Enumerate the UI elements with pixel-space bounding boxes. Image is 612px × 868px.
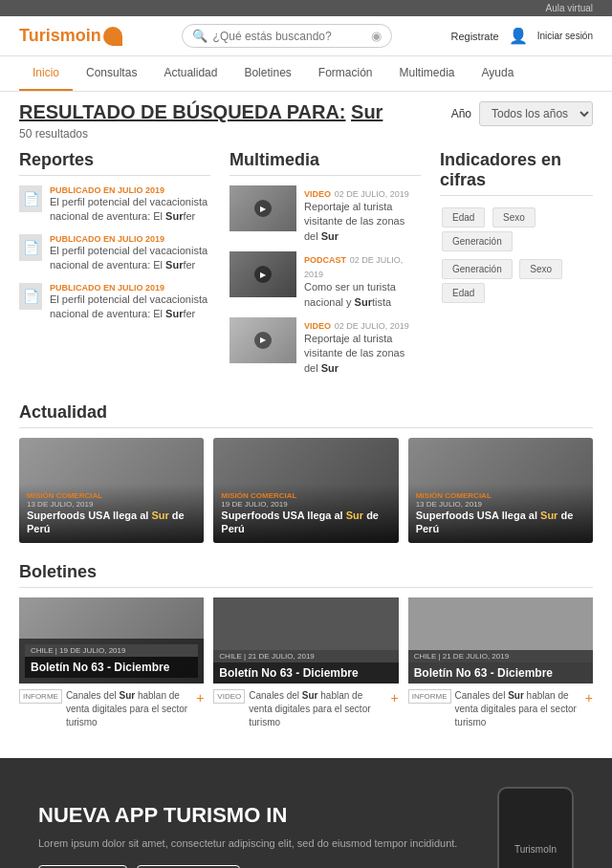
actualidad-overlay-3: MISIÓN COMERCIAL 13 DE JULIO, 2019 Super… (408, 484, 593, 544)
header: Turismoin 🔍 ◉ Registrate 👤 Iniciar sesió… (0, 16, 612, 56)
multimedia-title: Multimedia (230, 150, 421, 176)
nav-item-ayuda[interactable]: Ayuda (469, 56, 528, 91)
media-title-2: Como ser un turista nacional y Surtista (304, 280, 421, 310)
actualidad-card-title-1: Superfoods USA llega al Sur de Perú (27, 509, 196, 536)
boletin-overlay-2: CHILE | 21 DE JULIO, 2019 Boletín No 63 … (213, 650, 398, 684)
media-title-1: Reportaje al turista visitante de las zo… (304, 200, 421, 244)
boletin-type-3: INFORME (408, 689, 451, 704)
report-icon-2: 📄 (19, 234, 42, 261)
report-content-1: PUBLICADO EN JULIO 2019 El perfil potenc… (50, 185, 210, 225)
play-icon-2: ▶ (254, 266, 272, 283)
topbar-label: Aula virtual (546, 3, 593, 13)
boletin-img-wrap-1: CHILE | 19 DE JULIO, 2019 Boletín No 63 … (19, 597, 204, 684)
boletin-country-3: CHILE | 21 DE JULIO, 2019 (408, 650, 593, 662)
search-term: Sur (351, 101, 382, 122)
boletin-desc-3: INFORME Canales del Sur hablan de venta … (408, 689, 593, 729)
actualidad-card-title-2: Superfoods USA llega al Sur de Perú (221, 509, 390, 536)
year-select[interactable]: Todos los años 2019 2018 2017 (479, 101, 593, 126)
media-type-2: PODCAST 02 DE JULIO, 2019 (304, 251, 421, 280)
register-link[interactable]: Registrate (450, 31, 498, 42)
indicator-generacion-2[interactable]: Generación (442, 259, 513, 279)
logo-text: Turismo (19, 26, 86, 46)
reportes-section: Reportes 📄 PUBLICADO EN JULIO 2019 El pe… (19, 150, 210, 383)
media-item-2[interactable]: ▶ PODCAST 02 DE JULIO, 2019 Como ser un … (230, 251, 421, 310)
report-icon-1: 📄 (19, 185, 42, 212)
nav-item-actualidad[interactable]: Actualidad (150, 56, 230, 91)
boletin-type-2: VIDEO (213, 689, 245, 704)
nav-item-boletines[interactable]: Boletines (230, 56, 304, 91)
report-meta-2: PUBLICADO EN JULIO 2019 (50, 234, 210, 244)
boletin-type-1: INFORME (19, 689, 62, 704)
year-label: Año (451, 107, 471, 120)
actualidad-card-title-3: Superfoods USA llega al Sur de Perú (416, 509, 585, 536)
nav-item-multimedia[interactable]: Multimedia (386, 56, 469, 91)
indicator-sexo-2[interactable]: Sexo (519, 259, 562, 279)
media-item-3[interactable]: ▶ VIDEO 02 DE JULIO, 2019 Reportaje al t… (230, 317, 421, 376)
app-desc: Lorem ipsum dolor sit amet, consectetur … (38, 835, 459, 852)
boletin-desc-2: VIDEO Canales del Sur hablan de venta di… (213, 689, 398, 729)
app-phone-label: TurismoIn (514, 844, 557, 855)
media-content-3: VIDEO 02 DE JULIO, 2019 Reportaje al tur… (304, 317, 421, 376)
app-text: NUEVA APP TURISMO IN Lorem ipsum dolor s… (38, 803, 459, 868)
actualidad-category-1: MISIÓN COMERCIAL (27, 491, 196, 500)
boletin-title-3: Boletín No 63 - Diciembre (408, 662, 593, 684)
nav-item-consultas[interactable]: Consultas (73, 56, 150, 91)
search-bar: 🔍 ◉ (182, 24, 392, 48)
app-phone-mockup: TurismoIn (497, 787, 574, 868)
media-type-1: VIDEO 02 DE JULIO, 2019 (304, 185, 421, 200)
boletin-card-3[interactable]: CHILE | 21 DE JULIO, 2019 Boletín No 63 … (408, 597, 593, 729)
logo: Turismoin (19, 26, 122, 46)
report-item-2[interactable]: 📄 PUBLICADO EN JULIO 2019 El perfil pote… (19, 234, 210, 273)
boletin-text-2: Canales del Sur hablan de venta digitale… (249, 689, 386, 729)
actualidad-overlay-1: MISIÓN COMERCIAL 13 DE JULIO, 2019 Super… (19, 484, 204, 544)
indicator-generacion-1[interactable]: Generación (442, 231, 513, 251)
report-icon-3: 📄 (19, 283, 42, 310)
indicator-sexo-1[interactable]: Sexo (492, 207, 536, 228)
actualidad-section: Actualidad MISIÓN COMERCIAL 13 DE JULIO,… (0, 393, 612, 553)
boletin-img-wrap-2: CHILE | 21 DE JULIO, 2019 Boletín No 63 … (213, 597, 398, 684)
boletin-card-2[interactable]: CHILE | 21 DE JULIO, 2019 Boletín No 63 … (213, 597, 398, 729)
actualidad-date-1: 13 DE JULIO, 2019 (27, 500, 196, 509)
actualidad-grid: MISIÓN COMERCIAL 13 DE JULIO, 2019 Super… (19, 438, 593, 543)
indicadores-title: Indicadores en cifras (440, 150, 593, 196)
multimedia-section: Multimedia ▶ VIDEO 02 DE JULIO, 2019 Rep… (230, 150, 421, 383)
report-item[interactable]: 📄 PUBLICADO EN JULIO 2019 El perfil pote… (19, 185, 210, 225)
main-sections: Reportes 📄 PUBLICADO EN JULIO 2019 El pe… (0, 141, 612, 393)
main-nav: Inicio Consultas Actualidad Boletines Fo… (0, 56, 612, 92)
boletin-country-2: CHILE | 21 DE JULIO, 2019 (213, 650, 398, 662)
actualidad-card-2[interactable]: MISIÓN COMERCIAL 19 DE JULIO, 2019 Super… (213, 438, 398, 543)
search-clear-icon[interactable]: ◉ (371, 29, 382, 43)
report-item-3[interactable]: 📄 PUBLICADO EN JULIO 2019 El perfil pote… (19, 283, 210, 322)
results-title: RESULTADO DE BÚSQUEDA PARA: Sur (19, 101, 382, 123)
actualidad-date-2: 19 DE JULIO, 2019 (221, 500, 390, 509)
media-thumb-1: ▶ (230, 185, 296, 231)
indicator-edad-2[interactable]: Edad (442, 283, 485, 303)
boletin-desc-1: INFORME Canales del Sur hablan de venta … (19, 689, 204, 729)
report-text-1: El perfil potencial del vacacionista nac… (50, 195, 210, 225)
media-content-1: VIDEO 02 DE JULIO, 2019 Reportaje al tur… (304, 185, 421, 244)
indicadores-section: Indicadores en cifras Edad Sexo Generaci… (440, 150, 593, 383)
media-thumb-3: ▶ (230, 317, 296, 363)
indicator-edad-1[interactable]: Edad (442, 207, 485, 228)
nav-item-inicio[interactable]: Inicio (19, 56, 73, 91)
report-content-3: PUBLICADO EN JULIO 2019 El perfil potenc… (50, 283, 210, 322)
boletines-title: Boletines (19, 562, 593, 588)
boletin-plus-1[interactable]: + (196, 689, 204, 708)
login-link[interactable]: Iniciar sesión (537, 31, 593, 41)
boletin-country-1: CHILE | 19 DE JULIO, 2019 (25, 644, 198, 657)
play-icon-1: ▶ (254, 200, 272, 217)
actualidad-title: Actualidad (19, 402, 593, 428)
media-item-1[interactable]: ▶ VIDEO 02 DE JULIO, 2019 Reportaje al t… (230, 185, 421, 244)
boletin-card-1[interactable]: CHILE | 19 DE JULIO, 2019 Boletín No 63 … (19, 597, 204, 729)
boletin-plus-2[interactable]: + (390, 689, 398, 708)
media-title-3: Reportaje al turista visitante de las zo… (304, 332, 421, 376)
indicator-row-1: Edad Sexo Generación (440, 206, 593, 253)
actualidad-card-1[interactable]: MISIÓN COMERCIAL 13 DE JULIO, 2019 Super… (19, 438, 204, 543)
boletin-plus-3[interactable]: + (585, 689, 593, 708)
search-input[interactable] (213, 30, 371, 43)
actualidad-card-3[interactable]: MISIÓN COMERCIAL 13 DE JULIO, 2019 Super… (408, 438, 593, 543)
nav-item-formacion[interactable]: Formación (305, 56, 386, 91)
boletin-overlay-3: CHILE | 21 DE JULIO, 2019 Boletín No 63 … (408, 650, 593, 684)
actualidad-date-3: 13 DE JULIO, 2019 (416, 500, 585, 509)
boletin-img-wrap-3: CHILE | 21 DE JULIO, 2019 Boletín No 63 … (408, 597, 593, 684)
